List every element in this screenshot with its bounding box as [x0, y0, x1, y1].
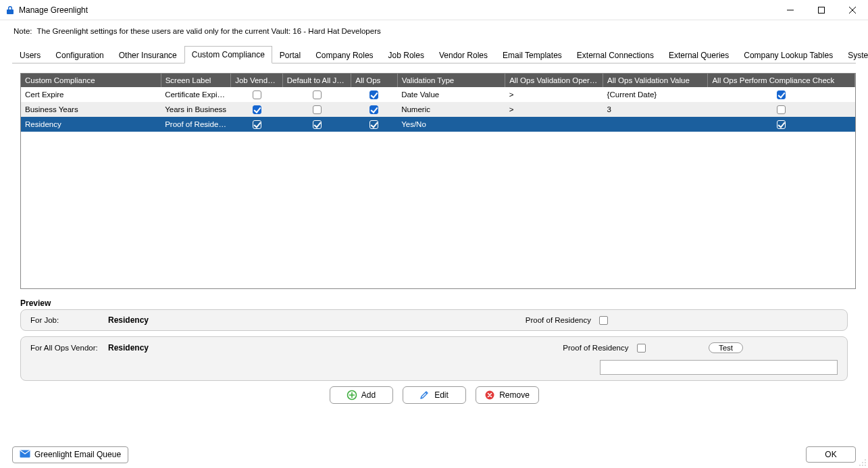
cell-all-ops[interactable]: [351, 117, 397, 132]
resize-grip-icon[interactable]: [859, 459, 867, 467]
cell-value: [603, 117, 708, 132]
col-all-ops[interactable]: All Ops: [351, 74, 397, 87]
cell-all-ops[interactable]: [351, 87, 397, 102]
preview-vendor-name: Residency: [108, 343, 500, 353]
tab-company-lookup-tables[interactable]: Company Lookup Tables: [736, 47, 840, 63]
tab-company-roles[interactable]: Company Roles: [308, 47, 380, 63]
preview-job-field-label: Proof of Residency: [526, 316, 596, 324]
preview-job-name: Residency: [108, 315, 500, 325]
cell-name: Business Years: [21, 102, 161, 117]
x-circle-icon: [484, 390, 495, 400]
note-row: Note: The Greenlight settings for these …: [0, 20, 868, 45]
edit-button[interactable]: Edit: [403, 386, 466, 404]
cell-value: 3: [603, 102, 708, 117]
svg-point-8: [862, 465, 863, 466]
svg-point-4: [865, 459, 866, 461]
tab-external-connections[interactable]: External Connections: [569, 47, 661, 63]
close-button[interactable]: [837, 0, 868, 20]
tab-portal[interactable]: Portal: [272, 47, 308, 63]
cell-operator: [505, 117, 603, 132]
footer: Greenlight Email Queue OK: [0, 441, 868, 468]
preview-vendor-box: For All Ops Vendor: Residency Proof of R…: [20, 336, 848, 381]
cell-screen-label: Years in Business: [161, 102, 231, 117]
table-row[interactable]: Cert Expire Certificate Expirati... Date…: [21, 87, 855, 102]
cell-name: Residency: [21, 117, 161, 132]
preview-vendor-label: For All Ops Vendor:: [30, 344, 108, 352]
svg-point-9: [859, 465, 861, 466]
compliance-grid[interactable]: Custom Compliance Screen Label Job Vendo…: [20, 73, 856, 289]
cell-validation-type: Date Value: [397, 87, 505, 102]
col-validation-value[interactable]: All Ops Validation Value: [603, 74, 708, 87]
remove-button[interactable]: Remove: [476, 386, 539, 404]
edit-button-label: Edit: [434, 390, 449, 400]
maximize-button[interactable]: [806, 0, 837, 20]
svg-point-6: [862, 462, 863, 463]
note-text: The Greenlight settings for these users …: [37, 27, 381, 35]
test-button[interactable]: Test: [709, 342, 743, 353]
mail-icon: [20, 450, 30, 460]
col-default-all-jobs[interactable]: Default to All Jobs: [282, 74, 351, 87]
cell-operator: >: [505, 87, 603, 102]
add-button[interactable]: Add: [330, 386, 393, 404]
tab-other-insurance[interactable]: Other Insurance: [111, 47, 184, 63]
greenlight-email-queue-button[interactable]: Greenlight Email Queue: [12, 446, 128, 463]
pencil-icon: [419, 390, 430, 400]
cell-job-vendors[interactable]: [231, 117, 283, 132]
tab-job-roles[interactable]: Job Roles: [381, 47, 432, 63]
note-label: Note:: [14, 27, 32, 35]
col-perform-check[interactable]: All Ops Perform Compliance Check: [708, 74, 855, 87]
preview-vendor-field-label: Proof of Residency: [563, 344, 634, 352]
col-custom-compliance[interactable]: Custom Compliance: [21, 74, 161, 87]
cell-all-ops[interactable]: [351, 102, 397, 117]
minimize-button[interactable]: [775, 0, 806, 20]
cell-default-all-jobs[interactable]: [282, 87, 351, 102]
svg-point-7: [865, 465, 866, 466]
queue-button-label: Greenlight Email Queue: [34, 450, 121, 459]
cell-validation-type: Numeric: [397, 102, 505, 117]
cell-operator: >: [505, 102, 603, 117]
preview-job-label: For Job:: [30, 316, 108, 324]
preview-heading: Preview: [20, 298, 868, 308]
cell-screen-label: Proof of Residency: [161, 117, 231, 132]
cell-perform-check[interactable]: [708, 102, 855, 117]
cell-job-vendors[interactable]: [231, 102, 283, 117]
lock-icon: [5, 5, 15, 15]
cell-default-all-jobs[interactable]: [282, 102, 351, 117]
tabstrip: Users Configuration Other Insurance Cust…: [12, 45, 856, 63]
cell-perform-check[interactable]: [708, 87, 855, 102]
svg-rect-0: [819, 7, 825, 13]
remove-button-label: Remove: [499, 390, 530, 400]
tab-vendor-roles[interactable]: Vendor Roles: [432, 47, 495, 63]
col-validation-operator[interactable]: All Ops Validation Operator: [505, 74, 603, 87]
cell-screen-label: Certificate Expirati...: [161, 87, 231, 102]
col-validation-type[interactable]: Validation Type: [397, 74, 505, 87]
preview-job-checkbox[interactable]: [599, 316, 608, 325]
preview-vendor-checkbox[interactable]: [637, 344, 646, 353]
tab-configuration[interactable]: Configuration: [48, 47, 111, 63]
window-title: Manage Greenlight: [19, 5, 88, 15]
titlebar: Manage Greenlight: [0, 0, 868, 20]
table-row[interactable]: Business Years Years in Business Numeric…: [21, 102, 855, 117]
plus-circle-icon: [347, 390, 357, 400]
table-row-selected[interactable]: Residency Proof of Residency Yes/No: [21, 117, 855, 132]
grid-header-row: Custom Compliance Screen Label Job Vendo…: [21, 74, 855, 87]
tab-system-lookup-tables[interactable]: System Lookup Tables: [840, 47, 868, 63]
cell-validation-type: Yes/No: [397, 117, 505, 132]
cell-perform-check[interactable]: [708, 117, 855, 132]
tab-email-templates[interactable]: Email Templates: [495, 47, 569, 63]
cell-job-vendors[interactable]: [231, 87, 283, 102]
preview-vendor-text-input[interactable]: [600, 360, 838, 375]
cell-default-all-jobs[interactable]: [282, 117, 351, 132]
col-screen-label[interactable]: Screen Label: [161, 74, 231, 87]
tab-custom-compliance[interactable]: Custom Compliance: [184, 46, 272, 63]
tab-users[interactable]: Users: [12, 47, 48, 63]
preview-job-box: For Job: Residency Proof of Residency: [20, 309, 848, 331]
tab-external-queries[interactable]: External Queries: [661, 47, 736, 63]
svg-point-5: [865, 462, 866, 463]
add-button-label: Add: [361, 390, 376, 400]
action-row: Add Edit Remove: [0, 386, 868, 404]
col-job-vendors[interactable]: Job Vendors: [231, 74, 283, 87]
ok-button[interactable]: OK: [806, 446, 856, 463]
cell-value: {Current Date}: [603, 87, 708, 102]
cell-name: Cert Expire: [21, 87, 161, 102]
